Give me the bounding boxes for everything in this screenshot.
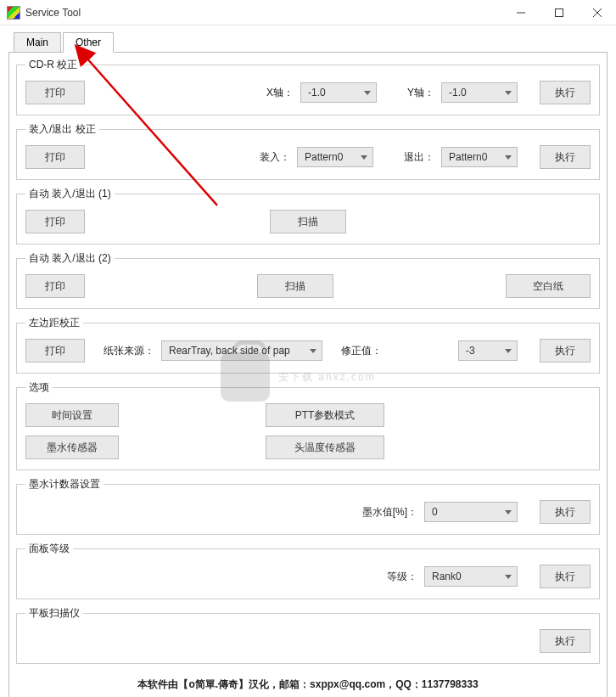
group-flatbed-legend: 平板扫描仪	[25, 606, 83, 621]
auto1-scan-button[interactable]: 扫描	[270, 210, 346, 233]
group-leftmargin-legend: 左边距校正	[25, 316, 83, 330]
leftmargin-source-select[interactable]: RearTray, back side of pap	[161, 340, 322, 361]
tab-other[interactable]: Other	[63, 32, 114, 53]
cdr-y-label: Y轴：	[407, 86, 434, 100]
panel-select[interactable]: Rank0	[424, 566, 518, 587]
tab-main[interactable]: Main	[14, 32, 61, 53]
inout-out-label: 退出：	[404, 150, 434, 165]
inout-print-button[interactable]: 打印	[25, 145, 85, 169]
group-cdr: CD-R 校正 打印 X轴： -1.0 Y轴： -1.0 执行	[16, 58, 600, 115]
app-icon	[7, 6, 20, 20]
group-cdr-legend: CD-R 校正	[25, 58, 81, 72]
window-title: Service Tool	[25, 7, 501, 19]
auto1-print-button[interactable]: 打印	[25, 210, 85, 233]
cdr-print-button[interactable]: 打印	[25, 81, 85, 104]
inkcounter-exec-button[interactable]: 执行	[540, 500, 591, 524]
leftmargin-source-label: 纸张来源：	[104, 344, 154, 358]
auto2-blank-button[interactable]: 空白纸	[506, 274, 591, 298]
close-button[interactable]	[578, 0, 616, 25]
group-inout-legend: 装入/退出 校正	[25, 122, 99, 137]
svg-rect-1	[555, 8, 563, 16]
group-options-legend: 选项	[25, 380, 53, 395]
options-headtemp-button[interactable]: 头温度传感器	[266, 436, 384, 459]
leftmargin-corr-select[interactable]: -3	[458, 340, 518, 361]
group-flatbed: 平板扫描仪 执行	[16, 606, 600, 664]
inkcounter-label: 墨水值[%]：	[362, 505, 417, 520]
options-time-button[interactable]: 时间设置	[25, 403, 119, 427]
leftmargin-corr-label: 修正值：	[341, 344, 382, 358]
leftmargin-print-button[interactable]: 打印	[25, 339, 85, 363]
cdr-x-select[interactable]: -1.0	[300, 82, 377, 103]
options-ink-button[interactable]: 墨水传感器	[25, 436, 119, 459]
group-panel: 面板等级 等级： Rank0 执行	[16, 542, 600, 599]
group-leftmargin: 左边距校正 打印 纸张来源： RearTray, back side of pa…	[16, 316, 600, 374]
minimize-button[interactable]	[501, 0, 540, 25]
tab-bar: Main Other	[14, 32, 608, 53]
cdr-exec-button[interactable]: 执行	[540, 81, 591, 104]
tab-panel-other: CD-R 校正 打印 X轴： -1.0 Y轴： -1.0 执行 装入/退出 校正…	[8, 52, 608, 697]
auto2-print-button[interactable]: 打印	[25, 274, 85, 298]
inout-in-select[interactable]: Pattern0	[297, 147, 373, 167]
group-auto1: 自动 装入/退出 (1) 打印 扫描	[16, 187, 600, 245]
group-inout: 装入/退出 校正 打印 装入： Pattern0 退出： Pattern0 执行	[16, 122, 600, 180]
group-options: 选项 时间设置 PTT参数模式 墨水传感器 头温度传感器	[16, 380, 600, 470]
inout-exec-button[interactable]: 执行	[540, 145, 591, 169]
maximize-button[interactable]	[540, 0, 578, 25]
options-ptt-button[interactable]: PTT参数模式	[266, 403, 384, 427]
leftmargin-exec-button[interactable]: 执行	[540, 339, 591, 363]
titlebar: Service Tool	[0, 0, 616, 25]
cdr-y-select[interactable]: -1.0	[441, 82, 518, 103]
panel-label: 等级：	[387, 570, 417, 584]
inout-in-label: 装入：	[260, 150, 290, 165]
inout-out-select[interactable]: Pattern0	[441, 147, 518, 167]
group-auto2-legend: 自动 装入/退出 (2)	[25, 251, 115, 266]
group-auto2: 自动 装入/退出 (2) 打印 扫描 空白纸	[16, 251, 600, 309]
group-inkcounter-legend: 墨水计数器设置	[25, 477, 104, 492]
auto2-scan-button[interactable]: 扫描	[257, 274, 333, 298]
cdr-x-label: X轴：	[266, 86, 294, 100]
flatbed-exec-button[interactable]: 执行	[540, 629, 591, 653]
panel-exec-button[interactable]: 执行	[540, 565, 591, 588]
inkcounter-select[interactable]: 0	[424, 502, 518, 522]
group-inkcounter: 墨水计数器设置 墨水值[%]： 0 执行	[16, 477, 600, 535]
group-panel-legend: 面板等级	[25, 542, 73, 556]
footer-credit: 本软件由【o简單.傳奇】汉化，邮箱：sxppx@qq.com，QQ：113779…	[16, 671, 600, 697]
group-auto1-legend: 自动 装入/退出 (1)	[25, 187, 115, 201]
